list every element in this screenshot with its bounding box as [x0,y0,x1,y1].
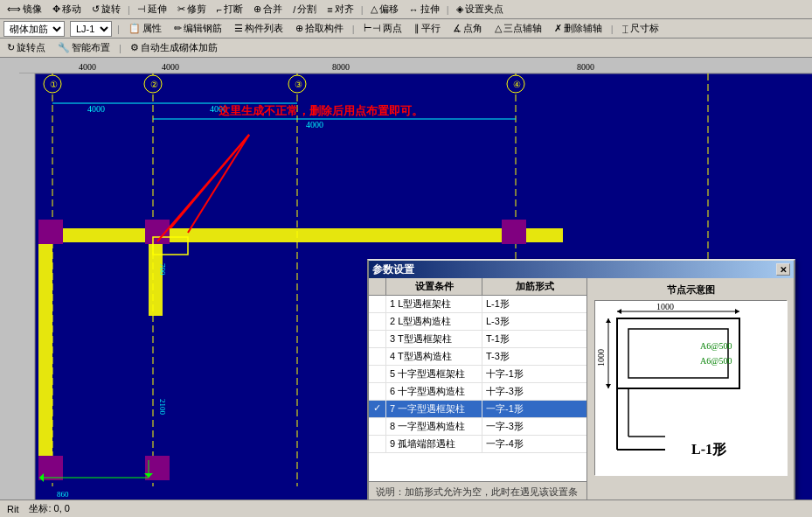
svg-text:2100: 2100 [158,399,167,416]
row-checkmark [369,383,386,400]
toolbar-btn-stretch[interactable]: ↔ 拉伸 [406,1,443,17]
dialog-diagram-area: 节点示意图 1000 [587,278,794,500]
table-row[interactable]: 5 十字型遇框架柱十字-1形 [369,366,586,383]
statusbar: Rit 坐标: 0, 0 [0,500,812,517]
svg-text:700: 700 [158,263,167,276]
toolbar-btn-rotate[interactable]: ↺ 旋转 [88,1,124,17]
toolbar-btn-dim[interactable]: ⌶ 尺寸标 [619,20,663,37]
svg-text:②: ② [150,80,158,89]
node-diagram: 1000 1000 A6@500 A6@500 L-1形 [594,300,787,475]
dialog-close-button[interactable]: ✕ [776,263,790,276]
row-type: L-3形 [482,313,586,330]
toolbar-btn-extend[interactable]: ⊣ 延伸 [134,1,170,17]
table-row[interactable]: 4 T型遇构造柱T-3形 [369,348,586,366]
table-row[interactable]: 1 L型遇框架柱L-1形 [369,296,586,313]
toolbar-btn-break[interactable]: ⌐ 打断 [213,1,246,17]
toolbar-row2: 砌体加筋 LJ-1 | 📋 属性 ✏ 编辑钢筋 ☰ 构件列表 ⊕ 拾取构件 | … [0,19,812,38]
component-type-select[interactable]: 砌体加筋 [3,21,65,37]
svg-text:④: ④ [513,80,521,89]
row-condition: 4 T型遇构造柱 [386,348,482,365]
toolbar-btn-rotatepoint[interactable]: ↻ 旋转点 [3,39,49,56]
table-row[interactable]: 6 十字型遇构造柱十字-3形 [369,383,586,401]
svg-rect-32 [38,220,63,244]
svg-text:1000: 1000 [596,349,606,367]
toolbar-btn-setpoint[interactable]: ◈ 设置夹点 [453,1,507,17]
row-checkmark: ✓ [369,401,386,417]
row-checkmark [369,418,386,435]
svg-text:①: ① [50,80,58,89]
toolbar-btn-threepoint[interactable]: △ 三点辅轴 [491,20,545,37]
row-checkmark [369,348,386,365]
table-row[interactable]: ✓7 一字型遇框架柱一字-1形 [369,401,586,418]
toolbar-btn-del-axis[interactable]: ✗ 删除辅轴 [551,20,606,37]
cad-canvas[interactable]: 这里生成不正常，删除后用点布置即可。 4000 4000 8000 8000 ① [0,58,812,500]
toolbar-btn-pick[interactable]: ⊕ 拾取构件 [292,20,347,37]
toolbar-btn-merge[interactable]: ⊕ 合并 [250,1,286,17]
row-condition: 1 L型遇框架柱 [386,296,482,312]
toolbar-btn-angle[interactable]: ∡ 点角 [449,20,486,37]
svg-rect-29 [38,228,563,242]
svg-rect-2 [19,58,812,73]
row-type: T-3形 [482,348,586,365]
row-checkmark [369,331,386,347]
row-type: L-1形 [482,296,586,312]
toolbar-btn-auto-gen[interactable]: ⚙ 自动生成砌体加筋 [127,39,221,56]
dialog-title: 参数设置 [372,262,414,277]
toolbar-row3: ↻ 旋转点 🔧 智能布置 | ⚙ 自动生成砌体加筋 [0,38,812,58]
row-condition: 6 十字型遇构造柱 [386,383,482,400]
row-condition: 9 孤墙端部遇柱 [386,436,482,452]
annotation-text: 这里生成不正常，删除后用点布置即可。 [219,103,423,119]
table-row[interactable]: 3 T型遇框架柱T-1形 [369,331,586,348]
toolbar-btn-edit-rebar[interactable]: ✏ 编辑钢筋 [170,20,226,37]
svg-rect-34 [502,220,526,244]
row-checkmark [369,296,386,312]
toolbar-btn-props[interactable]: 📋 属性 [125,20,165,37]
row-checkmark [369,313,386,330]
svg-text:L-1形: L-1形 [691,442,727,457]
toolbar-row1: ⟺ 镜像 ✥ 移动 ↺ 旋转 | ⊣ 延伸 ✂ 修剪 ⌐ 打断 ⊕ 合并 / 分… [0,0,812,19]
row-checkmark [369,436,386,452]
footer-note: 说明：加筋形式允许为空，此时在遇见该设置条件时将不生成砌体加筋。 [376,486,580,500]
svg-text:4000: 4000 [79,62,96,72]
toolbar-btn-twopoint[interactable]: ⊢⊣ 两点 [360,20,406,37]
dialog-body: 设置条件 加筋形式 1 L型遇框架柱L-1形2 L型遇构造柱L-3形3 T型遇框… [369,278,794,500]
dialog-table-area: 设置条件 加筋形式 1 L型遇框架柱L-1形2 L型遇构造柱L-3形3 T型遇框… [369,278,587,500]
status-app-name: Rit [7,504,18,514]
toolbar-btn-align[interactable]: ≡ 对齐 [323,1,357,17]
toolbar-btn-move[interactable]: ✥ 移动 [49,1,85,17]
dialog-footer: 说明：加筋形式允许为空，此时在遇见该设置条件时将不生成砌体加筋。 整栋生成 确定… [369,481,586,500]
table-body[interactable]: 1 L型遇框架柱L-1形2 L型遇构造柱L-3形3 T型遇框架柱T-1形4 T型… [369,296,586,481]
row-condition: 8 一字型遇构造柱 [386,418,482,435]
toolbar-btn-comp-list[interactable]: ☰ 构件列表 [231,20,287,37]
row-type: 一字-1形 [482,401,586,417]
svg-rect-4 [19,73,35,500]
component-id-select[interactable]: LJ-1 [70,21,112,37]
row-condition: 5 十字型遇框架柱 [386,366,482,382]
row-type: T-1形 [482,331,586,347]
col-num-header [369,278,386,295]
toolbar-btn-mirror[interactable]: ⟺ 镜像 [3,1,45,17]
svg-text:860: 860 [57,490,69,499]
toolbar-btn-parallel[interactable]: ∥ 平行 [411,20,444,37]
row-type: 一字-3形 [482,418,586,435]
row-type: 十字-3形 [482,383,586,400]
toolbar-btn-split[interactable]: / 分割 [289,1,320,17]
row-type: 一字-4形 [482,436,586,452]
row-type: 十字-1形 [482,366,586,382]
table-row[interactable]: 8 一字型遇构造柱一字-3形 [369,418,586,436]
toolbar-btn-smart-place[interactable]: 🔧 智能布置 [54,39,114,56]
toolbar-btn-offset[interactable]: △ 偏移 [367,1,402,17]
svg-text:4000: 4000 [162,62,179,72]
row-condition: 3 T型遇框架柱 [386,331,482,347]
svg-text:A6@500: A6@500 [700,341,732,351]
table-row[interactable]: 9 孤墙端部遇柱一字-4形 [369,436,586,453]
dialog-titlebar: 参数设置 ✕ [369,261,794,278]
dialog-params-settings: 参数设置 ✕ 设置条件 加筋形式 1 L型遇框架柱L-1形2 L型遇构造柱L-3… [367,259,795,500]
svg-text:③: ③ [295,80,302,89]
svg-rect-30 [38,228,52,473]
row-condition: 7 一字型遇框架柱 [386,401,482,417]
col-type-header: 加筋形式 [482,278,586,295]
table-row[interactable]: 2 L型遇构造柱L-3形 [369,313,586,331]
status-coords: 坐标: 0, 0 [29,502,69,515]
toolbar-btn-trim[interactable]: ✂ 修剪 [174,1,210,17]
